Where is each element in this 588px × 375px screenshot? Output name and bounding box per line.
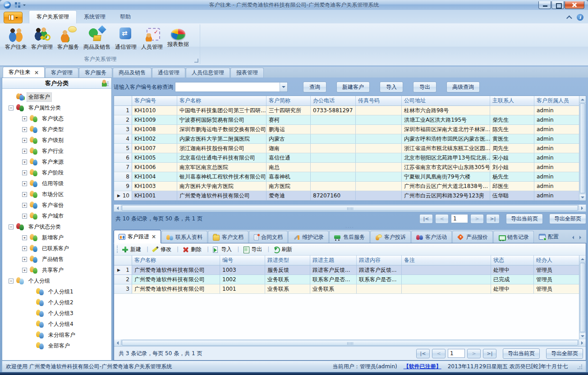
tree-item[interactable]: + 信用等级 xyxy=(2,178,111,189)
last-page-button[interactable]: >| xyxy=(483,349,496,358)
column-header[interactable]: 跟进类型 xyxy=(265,256,310,265)
tree-item[interactable]: 个人分组3 xyxy=(2,308,111,319)
tree-item[interactable]: + 客户级别 xyxy=(2,135,111,146)
detail-tab[interactable]: 客户活动 xyxy=(411,231,452,243)
tree-item[interactable]: − 客户状态分类 xyxy=(2,221,111,232)
ribbon-button[interactable]: 报表数据 xyxy=(165,26,191,51)
column-header[interactable]: 客户简称 xyxy=(266,96,311,105)
tree-expander-icon[interactable]: + xyxy=(22,181,27,186)
tree-expander-icon[interactable]: − xyxy=(9,279,14,284)
toolbar-button[interactable]: 修改 xyxy=(152,246,182,253)
search-input[interactable] xyxy=(175,82,280,91)
ribbon-button[interactable]: 客户管理 xyxy=(29,26,55,51)
column-header[interactable]: 办公电话 xyxy=(311,96,356,105)
document-tab[interactable]: 客户往来 × xyxy=(3,67,45,78)
ribbon-tab[interactable]: 客户关系管理 xyxy=(29,10,77,23)
scrollbar-thumb[interactable] xyxy=(122,205,578,211)
tree-expander-icon[interactable] xyxy=(28,343,33,348)
ribbon-button[interactable]: 人员管理 xyxy=(139,26,165,51)
customer-row[interactable]: 1 KH1010 中国电子科技集团公司第三十四研... 三十四研究所 0733-… xyxy=(114,106,586,115)
scroll-up-icon[interactable] xyxy=(579,96,586,103)
application-menu-button[interactable] xyxy=(4,12,23,23)
resize-grip[interactable] xyxy=(577,364,582,369)
last-page-button[interactable]: >| xyxy=(486,214,500,224)
splitter-handle[interactable]: ···· xyxy=(114,225,586,230)
search-action-button[interactable]: 新建客户 xyxy=(336,82,370,92)
customer-row[interactable]: 9 KH1003 南方医科大学南方医院 南方医院 广州市白云区广州大道北1838… xyxy=(114,182,586,191)
tab-close-icon[interactable]: × xyxy=(152,233,156,240)
next-page-button[interactable]: > xyxy=(470,214,484,224)
tree-expander-icon[interactable]: + xyxy=(22,116,27,121)
maximize-button[interactable] xyxy=(551,1,564,9)
ribbon-tab[interactable]: 帮助 xyxy=(113,11,138,23)
export-current-page-button[interactable]: 导出当前页 xyxy=(506,214,543,224)
tree-item[interactable]: + 共享客户 xyxy=(2,265,111,275)
scroll-down-icon[interactable] xyxy=(579,333,586,339)
detail-tab[interactable]: 产品报价 xyxy=(452,231,493,243)
tree-expander-icon[interactable]: + xyxy=(22,170,27,175)
scroll-down-icon[interactable] xyxy=(579,194,586,201)
column-header[interactable]: 状态 xyxy=(491,256,534,265)
app-logo-icon[interactable] xyxy=(4,1,11,9)
tree-expander-icon[interactable]: + xyxy=(22,149,27,154)
customer-row[interactable]: 6 KH1005 北京嘉信仕通电子科技有限公司 嘉信仕通 北京市朝阳区北苑路甲1… xyxy=(114,153,586,163)
tree-expander-icon[interactable]: + xyxy=(22,235,27,240)
tree-item[interactable]: 个人分组1 xyxy=(2,286,111,297)
scroll-right-icon[interactable] xyxy=(579,205,586,211)
customer-row[interactable]: 4 KH1002 内蒙古医科大学第二附属医院 内蒙古 内蒙古呼和浩特市回民区内蒙… xyxy=(114,134,586,144)
minimize-button[interactable] xyxy=(538,1,551,9)
tree-item[interactable]: 个人分组4 xyxy=(2,319,111,329)
column-header[interactable]: 客户名称 xyxy=(132,256,220,265)
tree-expander-icon[interactable]: + xyxy=(22,257,27,262)
horizontal-scrollbar[interactable] xyxy=(114,205,586,212)
tabs-scroll-right-icon[interactable] xyxy=(578,234,583,240)
tree-item[interactable]: − 客户属性分类 xyxy=(2,102,111,113)
tree-expander-icon[interactable] xyxy=(28,289,33,294)
customer-row[interactable]: 3 KH1008 深圳市鹏海运电子数据交换有限公司 鹏海运 深圳市福田区深南大道… xyxy=(114,125,586,134)
tree-item[interactable]: 全部客户 xyxy=(2,340,111,351)
column-header[interactable]: 备注 xyxy=(402,256,491,265)
tree-item[interactable]: + 已联系客户 xyxy=(2,243,111,254)
scroll-left-icon[interactable] xyxy=(114,339,121,346)
tree-expander-icon[interactable] xyxy=(9,95,14,100)
help-info-icon[interactable]: i xyxy=(577,14,583,21)
toolbar-grip[interactable] xyxy=(117,246,119,253)
tree-expander-icon[interactable]: + xyxy=(22,214,27,219)
ribbon-tab[interactable]: 系统管理 xyxy=(77,11,113,23)
detail-tab[interactable]: 联系人资料 xyxy=(161,231,207,243)
detail-tab[interactable]: 配置 xyxy=(534,231,563,243)
close-button[interactable] xyxy=(565,1,584,9)
tree-expander-icon[interactable]: + xyxy=(22,203,27,208)
scrollbar-thumb[interactable] xyxy=(580,263,585,332)
detail-tab[interactable]: 客户投诉 xyxy=(370,231,411,243)
toolbar-button[interactable]: 导出 xyxy=(243,246,273,253)
tree-item[interactable]: + 客户阶段 xyxy=(2,167,111,178)
toolbar-button[interactable]: 刷新 xyxy=(273,246,294,253)
horizontal-scrollbar[interactable] xyxy=(114,339,586,347)
ribbon-button[interactable]: 客户服务 xyxy=(55,26,81,51)
tree-expander-icon[interactable]: + xyxy=(22,160,27,165)
follow-up-row[interactable]: 2 广州爱奇迪软件科技有限公司 1002 业务联系 联系客户是否... 联系客户… xyxy=(114,275,586,284)
customer-row[interactable]: 8 KH1004 银川嘉泰神机工程软件技术有限公司 嘉泰神机 宁夏银川凤凰南街7… xyxy=(114,172,586,182)
tree-expander-icon[interactable] xyxy=(28,322,33,327)
search-action-button[interactable]: 高级查询 xyxy=(446,82,480,92)
tree-expander-icon[interactable]: − xyxy=(9,224,14,229)
page-number-input[interactable]: 1 xyxy=(448,349,465,358)
toolbar-button[interactable]: 导入 xyxy=(212,246,243,253)
tree-item[interactable]: + 产品销售 xyxy=(2,254,111,265)
vertical-scrollbar[interactable] xyxy=(579,96,586,201)
detail-tab[interactable]: 合同文档 xyxy=(249,231,288,243)
vertical-scrollbar[interactable] xyxy=(579,256,586,339)
column-header[interactable]: 客户所属人员 xyxy=(534,96,586,105)
column-header[interactable]: 公司地址 xyxy=(402,96,490,105)
quick-access-dropdown-icon[interactable] xyxy=(23,5,26,7)
tree-expander-icon[interactable] xyxy=(28,333,33,338)
tree-item[interactable]: + 客户类型 xyxy=(2,124,111,135)
tree-item[interactable]: + 客户状态 xyxy=(2,113,111,124)
search-action-button[interactable]: 查询 xyxy=(303,82,326,92)
collapse-ribbon-icon[interactable] xyxy=(566,15,572,21)
search-action-button[interactable]: 导入 xyxy=(380,82,403,92)
scrollbar-thumb[interactable] xyxy=(580,103,585,193)
detail-tab[interactable]: 维护记录 xyxy=(288,231,329,243)
license-registered-link[interactable]: 【软件已注册】 xyxy=(404,363,441,370)
